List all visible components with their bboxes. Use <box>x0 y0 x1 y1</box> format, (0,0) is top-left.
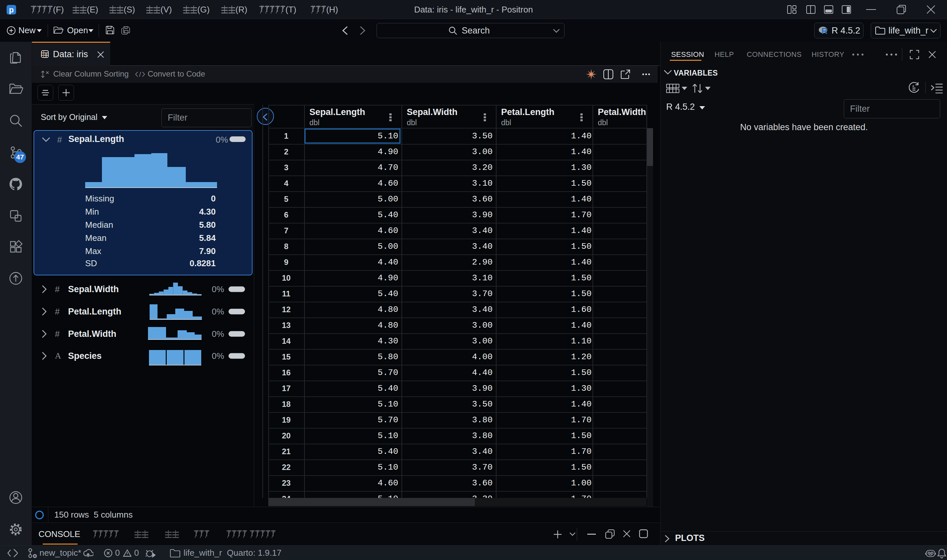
svg-text:R: R <box>821 26 828 35</box>
